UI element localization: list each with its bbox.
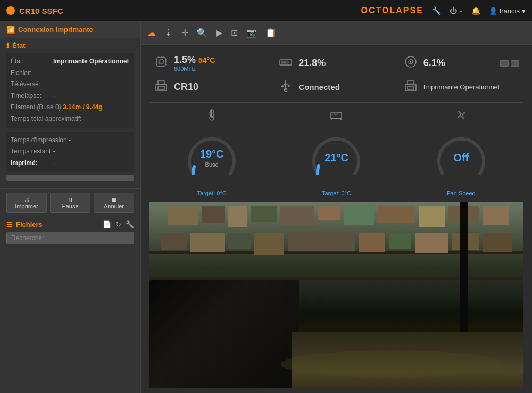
annuler-label: Annuler: [104, 203, 124, 209]
imprimer-label: Imprimer: [15, 203, 38, 209]
imprimer-button[interactable]: 🖨 Imprimer: [6, 193, 47, 213]
pause-label: Pause: [62, 203, 78, 209]
filament-row: Filament (Buse 0): 3.14m / 9.44g: [11, 102, 130, 113]
timelapse-label: Timelapse:: [11, 91, 53, 102]
camera-feed: [149, 202, 523, 388]
user-icon: 👤: [489, 7, 497, 15]
search-input[interactable]: [6, 232, 134, 244]
terminal-icon[interactable]: ▶: [216, 28, 222, 38]
control-icon[interactable]: ✛: [181, 28, 188, 38]
wifi-icon: 📶: [6, 26, 15, 34]
printer-icon: 🖨: [9, 196, 44, 203]
sidebar: 📶 Connexion Imprimante ℹ État État: Impr…: [0, 21, 141, 393]
connection-status-label: Connected: [298, 83, 340, 92]
slicing-icon[interactable]: ⊡: [231, 28, 238, 38]
temps-impression-value: -: [69, 135, 71, 146]
disk-status-cell: 6.1%: [399, 51, 523, 75]
usb-icon: [278, 78, 293, 96]
printer-status-label: Imprimante Opérationnel: [423, 83, 500, 91]
cpu-status-cell: 1.5% 54°C 600MHz: [149, 51, 274, 75]
pause-button[interactable]: ⏸ Pause: [50, 193, 90, 213]
main-content: ☁ 🌡 ✛ 🔍 ▶ ⊡ 📷 📋: [141, 21, 532, 393]
cpu-icon: [154, 54, 169, 72]
minimize-button[interactable]: [500, 60, 509, 67]
settings-icon[interactable]: 🔧: [126, 220, 134, 228]
refresh-icon[interactable]: ↻: [115, 220, 121, 228]
files-header: ☰ Fichiers 📄 ↻ 🔧: [6, 220, 134, 228]
disk-info: 6.1%: [423, 58, 445, 69]
fan-gauge: Off: [432, 128, 491, 187]
temps-impression-row: Temps d'impression: -: [11, 135, 130, 146]
televerser-label: Téléversé:: [11, 79, 53, 91]
fan-icon: [454, 108, 468, 125]
ram-status-cell: 21.8%: [274, 51, 398, 75]
files-title: ☰ Fichiers: [6, 220, 43, 228]
status-label: État:: [11, 56, 53, 68]
layout: 📶 Connexion Imprimante ℹ État État: Impr…: [0, 21, 532, 393]
svg-rect-15: [281, 61, 283, 63]
disk-percent-value: 6.1%: [423, 58, 445, 69]
user-menu[interactable]: 👤 francis ▾: [489, 7, 526, 15]
sidebar-connexion[interactable]: 📶 Connexion Imprimante: [0, 21, 140, 38]
camera-icon[interactable]: 📷: [246, 28, 257, 38]
sidebar-files: ☰ Fichiers 📄 ↻ 🔧: [0, 217, 140, 248]
bed-gauge: 21°C: [307, 128, 365, 187]
svg-rect-0: [157, 58, 165, 66]
list-icon: ☰: [6, 220, 13, 228]
window-controls: [500, 60, 519, 67]
thermometer-icon: [205, 108, 219, 125]
bed-icon: [329, 108, 343, 125]
maximize-button[interactable]: [511, 60, 519, 67]
camera-image: [149, 202, 523, 388]
svg-point-26: [164, 86, 165, 87]
print-times-block: Temps d'impression: - Temps restant: - I…: [6, 132, 134, 173]
filament-value: 3.14m / 9.44g: [63, 102, 103, 113]
ram-percent-value: 21.8%: [298, 58, 326, 69]
svg-rect-17: [287, 61, 288, 63]
power-icon[interactable]: ⏻ ▾: [450, 6, 463, 15]
annuler-button[interactable]: ⏹ Annuler: [94, 193, 134, 213]
temperature-icon[interactable]: 🌡: [164, 28, 173, 38]
svg-rect-25: [158, 87, 164, 89]
temps-restant-label: Temps restant:: [11, 146, 53, 158]
status-grid: 1.5% 54°C 600MHz: [141, 45, 532, 102]
bell-icon[interactable]: 🔔: [471, 6, 480, 15]
disk-icon: [403, 54, 418, 72]
upload-icon[interactable]: ☁: [147, 28, 156, 38]
file-label: Fichier:: [11, 68, 53, 79]
imprime-row: Imprimé: -: [11, 158, 130, 169]
cpu-info: 1.5% 54°C 600MHz: [174, 54, 215, 72]
connection-status-cell: Connected: [274, 75, 398, 99]
svg-point-22: [410, 61, 411, 63]
brand-label: OCTOLAPSE: [361, 6, 423, 15]
filament-label: Filament (Buse 0):: [11, 102, 63, 113]
wrench-icon[interactable]: 🔧: [432, 6, 441, 15]
ram-icon: [278, 54, 293, 72]
connexion-label: Connexion Imprimante: [18, 26, 93, 34]
bed-gauge-wrap: 21°C Target: 0°C: [307, 108, 365, 196]
printer-small-icon: [154, 78, 169, 96]
timelapse-row: Timelapse: -: [11, 91, 130, 102]
svg-rect-35: [408, 87, 414, 89]
logo-circle: [6, 6, 15, 15]
etat-title: ℹ État: [6, 42, 134, 50]
svg-rect-31: [281, 86, 284, 87]
temps-total-row: Temps total approximatif: -: [11, 113, 130, 125]
search-icon[interactable]: 🔍: [197, 28, 207, 38]
printer-name-cell: CR10: [149, 75, 274, 99]
files-icons: 📄 ↻ 🔧: [103, 220, 134, 228]
plugins-icon[interactable]: 📋: [265, 28, 276, 38]
file-row: Fichier:: [11, 68, 130, 79]
file-add-icon[interactable]: 📄: [103, 220, 111, 228]
sidebar-etat-section: ℹ État État: Imprimante Opérationnel Fic…: [0, 38, 140, 189]
temps-total-label: Temps total approximatif:: [11, 113, 81, 125]
buse-gauge-wrap: 19°C Buse Target: 0°C: [182, 108, 241, 196]
chevron-down-icon: ▾: [522, 7, 526, 15]
svg-rect-1: [159, 60, 163, 64]
fichiers-label: Fichiers: [16, 220, 43, 228]
svg-point-41: [460, 114, 462, 116]
printer-status-icon: [403, 78, 418, 96]
status-value: Imprimante Opérationnel: [53, 56, 129, 68]
gauge-row: 19°C Buse Target: 0°C: [141, 103, 532, 202]
app-title-text: CR10 SSFC: [19, 6, 63, 15]
